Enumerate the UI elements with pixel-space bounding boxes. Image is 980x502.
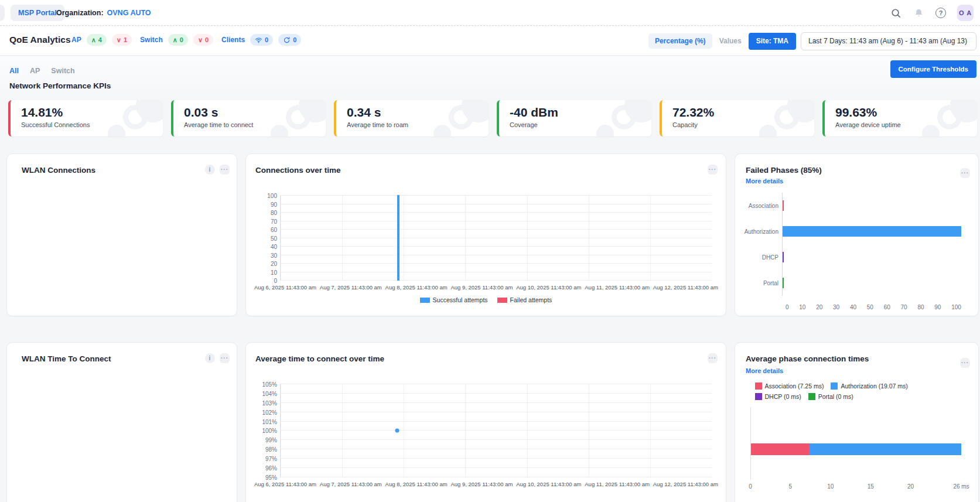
kpi-value: -40 dBm <box>510 105 643 119</box>
kpi-label: Capacity <box>672 121 806 128</box>
tab-switch[interactable]: Switch <box>51 67 74 75</box>
x-axis-tick: 40 <box>850 304 856 310</box>
more-menu-icon[interactable]: ··· <box>708 353 718 363</box>
more-menu-icon[interactable]: ··· <box>220 165 230 175</box>
gridline: 20 <box>281 263 712 264</box>
gridline: 50 <box>281 238 712 238</box>
gridline: 90 <box>281 204 712 204</box>
phase-bar-track <box>782 218 961 244</box>
card-title: Average phase connection times <box>746 354 869 363</box>
x-axis-labels: Aug 6, 2025 11:43:00 amAug 7, 2025 11:43… <box>254 284 718 291</box>
kpi-card: -40 dBm Coverage <box>497 100 651 136</box>
y-axis-tick: 50 <box>255 235 277 242</box>
more-menu-icon[interactable]: ··· <box>960 168 970 178</box>
ap-down-badge: ∨1 <box>112 34 132 46</box>
more-details-link[interactable]: More details <box>746 367 783 374</box>
gridline: 99% <box>281 439 712 440</box>
y-axis-tick: 90 <box>255 202 277 208</box>
switch-label: Switch <box>140 36 163 44</box>
kpi-card: 14.81% Successful Connections <box>8 100 163 136</box>
stacked-bar <box>751 443 961 455</box>
x-axis-tick: 20 <box>907 483 914 490</box>
x-axis-tick: 0 <box>749 483 752 490</box>
legend-item[interactable]: Failed attempts <box>497 296 552 303</box>
configure-thresholds-button[interactable]: Configure Thresholds <box>890 60 976 78</box>
notifications-bell-icon[interactable] <box>913 7 924 19</box>
info-icon[interactable]: i <box>205 353 215 363</box>
partial-menu-button[interactable] <box>0 5 5 21</box>
kpi-label: Coverage <box>510 121 643 128</box>
gridline: 10 <box>281 272 712 272</box>
legend-item[interactable]: Authorization (19.07 ms) <box>831 383 907 390</box>
phase-label: Authorization <box>735 228 782 235</box>
x-axis-tick: 5 <box>789 483 793 490</box>
avg-time-to-connect-card: Average time to connect over time ··· 10… <box>245 342 726 502</box>
organization-link[interactable]: OVNG AUTO <box>107 9 151 17</box>
gridline: 103% <box>281 402 712 403</box>
x-axis-tick: 100 <box>951 304 961 310</box>
help-icon[interactable]: ? <box>935 8 946 18</box>
more-menu-icon[interactable]: ··· <box>220 353 230 363</box>
x-axis-tick: 20 <box>816 304 822 310</box>
y-axis-tick: 40 <box>255 244 277 250</box>
kpi-label: Successful Connections <box>21 121 155 128</box>
phase-row: Association <box>735 193 961 218</box>
phase-times-chart <box>750 407 961 480</box>
y-axis-tick: 70 <box>255 218 277 225</box>
wlan-connections-card: WLAN Connections i ··· 14.81% Successful… <box>6 153 237 316</box>
x-axis-labels: 0510152026 ms <box>750 483 961 491</box>
scope-tabs: All AP Switch <box>9 67 75 75</box>
y-axis-tick: 104% <box>255 391 277 397</box>
search-icon[interactable] <box>890 7 902 19</box>
x-axis-tick: Aug 11, 2025 11:43:00 am <box>585 481 650 487</box>
x-axis-tick: Aug 6, 2025 11:43:00 am <box>254 284 316 291</box>
x-axis-tick: 30 <box>833 304 839 310</box>
x-axis-tick: 60 <box>884 304 890 310</box>
gridline: 105% <box>281 384 712 384</box>
more-menu-icon[interactable]: ··· <box>960 358 970 368</box>
avatar[interactable]: O A <box>957 5 974 21</box>
site-selector-button[interactable]: Site: TMA <box>749 33 796 50</box>
toggle-values-button[interactable]: Values <box>717 37 744 45</box>
legend-swatch <box>755 383 762 390</box>
y-axis-tick: 103% <box>255 400 277 407</box>
date-range-input[interactable] <box>801 32 976 50</box>
x-axis-tick: 15 <box>868 483 874 490</box>
more-menu-icon[interactable]: ··· <box>708 165 718 175</box>
kpi-label: Average device uptime <box>835 121 969 128</box>
legend-item[interactable]: Association (7.25 ms) <box>755 383 824 390</box>
legend-item[interactable]: Portal (0 ms) <box>808 393 853 400</box>
tab-all[interactable]: All <box>9 67 19 75</box>
toggle-percentage-button[interactable]: Percentage (%) <box>648 33 712 49</box>
header-controls: Percentage (%) Values Site: TMA <box>648 26 976 56</box>
ap-label: AP <box>71 36 81 44</box>
phase-bar <box>783 226 961 237</box>
kpi-card-row: 14.81% Successful Connections 0.03 s Ave… <box>8 100 977 136</box>
failed-phases-chart: Association Authorization DHCP P <box>735 193 961 296</box>
gridline: 60 <box>281 229 712 230</box>
avg-phase-times-card: Average phase connection times More deta… <box>735 342 979 502</box>
x-axis-tick: Aug 11, 2025 11:43:00 am <box>585 284 650 291</box>
tab-ap[interactable]: AP <box>30 67 40 75</box>
phase-row: DHCP <box>735 244 961 270</box>
gridline: 40 <box>281 246 712 247</box>
info-icon[interactable]: i <box>205 165 215 175</box>
kpi-value: 99.63% <box>835 105 969 119</box>
legend-item[interactable]: DHCP (0 ms) <box>755 393 801 400</box>
gridline: 95% <box>281 477 712 477</box>
phase-label: DHCP <box>735 254 782 261</box>
legend-swatch <box>808 393 815 400</box>
chart-legend: Successful attemptsFailed attempts <box>246 296 726 303</box>
phase-bar <box>783 200 784 211</box>
x-axis-tick: 80 <box>917 304 924 310</box>
x-axis-tick: Aug 7, 2025 11:43:00 am <box>320 284 382 291</box>
x-axis-tick: 0 <box>786 304 789 310</box>
legend-item[interactable]: Successful attempts <box>420 296 488 303</box>
y-axis-tick: 98% <box>255 446 277 453</box>
chart-legend: Association (7.25 ms)Authorization (19.0… <box>755 383 959 400</box>
gridline: 100 <box>281 195 712 196</box>
organization-breadcrumb: Organization:OVNG AUTO <box>56 9 151 17</box>
arrow-down-icon: ∨ <box>117 36 121 44</box>
phase-bar <box>783 252 784 262</box>
more-details-link[interactable]: More details <box>746 177 783 185</box>
